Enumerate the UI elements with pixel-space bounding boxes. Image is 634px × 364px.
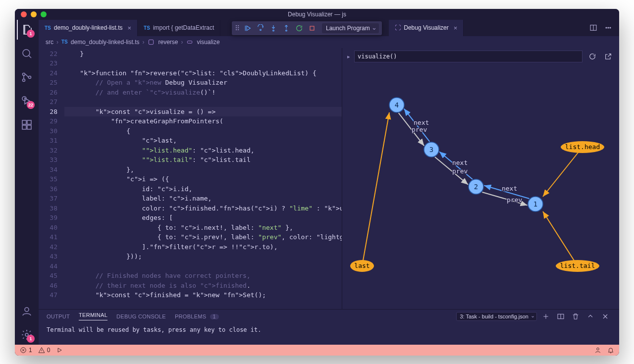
maximize-panel-button[interactable]	[584, 311, 596, 322]
traffic-lights	[21, 11, 47, 17]
status-debug-start[interactable]	[56, 347, 63, 354]
chevron-right-icon: ›	[181, 39, 183, 46]
main-row: 1 22 1	[15, 20, 619, 345]
stop-button[interactable]	[306, 22, 318, 34]
svg-text:4: 4	[395, 101, 399, 109]
status-feedback[interactable]	[594, 347, 601, 354]
svg-point-9	[25, 308, 29, 312]
panel-tab-problems[interactable]: PROBLEMS 1	[175, 313, 219, 319]
terminal-output[interactable]: Terminal will be reused by tasks, press …	[39, 323, 619, 345]
svg-rect-8	[27, 125, 31, 129]
panel-tab-problems-label: PROBLEMS	[175, 313, 207, 319]
status-warnings[interactable]: 0	[38, 347, 51, 354]
chevron-right-icon[interactable]: ▸	[347, 53, 350, 60]
svg-text:prev: prev	[507, 196, 522, 203]
refresh-icon[interactable]	[586, 51, 598, 62]
editor-tab-label: demo_doubly-linked-list.ts	[54, 24, 123, 31]
viz-tab-icon: ⛶	[395, 24, 401, 31]
split-editor-button[interactable]	[587, 22, 599, 34]
panel-tab-output[interactable]: OUTPUT	[47, 313, 70, 319]
new-terminal-button[interactable]	[540, 311, 552, 322]
zoom-window-button[interactable]	[41, 11, 47, 17]
activity-extensions[interactable]	[17, 115, 37, 135]
svg-text:next: next	[502, 185, 517, 192]
breadcrumb[interactable]: src › TS demo_doubly-linked-list.ts › re…	[39, 36, 619, 48]
svg-text:prev: prev	[412, 125, 427, 133]
launch-config-select[interactable]: Launch Program	[322, 23, 379, 33]
svg-point-0	[23, 50, 30, 56]
svg-point-16	[606, 27, 607, 28]
restart-button[interactable]	[293, 22, 305, 34]
svg-rect-14	[310, 26, 314, 30]
step-into-button[interactable]	[267, 22, 279, 34]
panel-tab-debug-console[interactable]: DEBUG CONSOLE	[116, 313, 166, 319]
more-actions-button[interactable]	[602, 22, 614, 34]
editor-tab-active[interactable]: TS demo_doubly-linked-list.ts ×	[39, 20, 138, 36]
step-over-button[interactable]	[255, 22, 266, 34]
terminal-select[interactable]: 3: Task - build - tsconfig.json	[456, 312, 537, 321]
chevron-right-icon: ›	[56, 39, 58, 46]
svg-point-52	[597, 348, 599, 350]
visualizer-canvas[interactable]: nextprevnextprevnextprevlastlist.headlis…	[342, 65, 619, 309]
step-out-button[interactable]	[280, 22, 292, 34]
kill-terminal-button[interactable]	[570, 311, 581, 322]
svg-point-12	[273, 30, 274, 31]
symbol-variable-icon	[186, 38, 194, 46]
tab-actions	[587, 20, 619, 36]
visualizer-expression-input[interactable]	[354, 51, 582, 62]
svg-point-2	[23, 79, 25, 81]
code-editor[interactable]: 2223242526272829303132333435363738394041…	[39, 48, 342, 309]
status-errors-count: 1	[29, 347, 32, 354]
drag-handle-icon[interactable]: ⠿	[235, 24, 240, 32]
status-errors[interactable]: 1	[20, 347, 32, 354]
svg-text:prev: prev	[452, 167, 468, 175]
activity-search[interactable]	[17, 44, 37, 63]
svg-text:1: 1	[533, 200, 537, 208]
status-notifications[interactable]	[607, 347, 614, 354]
minimize-window-button[interactable]	[31, 11, 37, 17]
activity-source-control[interactable]	[17, 67, 37, 87]
popout-icon[interactable]	[602, 51, 614, 62]
close-icon[interactable]: ×	[128, 24, 132, 32]
svg-rect-7	[22, 125, 26, 129]
svg-text:list.tail: list.tail	[560, 262, 595, 269]
activity-settings[interactable]: 1	[17, 325, 37, 345]
line-number-gutter: 2223242526272829303132333435363738394041…	[39, 48, 64, 309]
ts-lang-icon: TS	[61, 39, 68, 45]
svg-line-39	[543, 211, 578, 266]
symbol-function-icon	[148, 38, 156, 46]
crumb-symbol-fn[interactable]: reverse	[158, 39, 178, 46]
continue-button[interactable]	[242, 22, 254, 34]
svg-point-1	[23, 73, 25, 75]
bottom-panel: OUTPUT TERMINAL DEBUG CONSOLE PROBLEMS 1…	[39, 309, 619, 345]
svg-line-33	[362, 112, 389, 266]
editor-tab-2[interactable]: TS import { getDataExtract	[138, 20, 220, 36]
crumb-folder[interactable]: src	[46, 39, 53, 46]
activity-account[interactable]	[17, 301, 37, 321]
close-icon[interactable]: ×	[454, 24, 458, 32]
close-panel-button[interactable]	[599, 311, 611, 322]
debug-visualizer-pane: ▸ nextprevnextprevnextprevlastlist.headl…	[342, 48, 619, 309]
panel-tab-terminal[interactable]: TERMINAL	[79, 312, 107, 320]
split-terminal-button[interactable]	[555, 311, 567, 322]
ts-lang-icon: TS	[45, 25, 51, 31]
problems-count-badge: 1	[210, 314, 219, 319]
svg-point-13	[286, 30, 287, 31]
crumb-symbol-var[interactable]: visualize	[197, 39, 220, 46]
svg-point-18	[610, 27, 611, 28]
panel-tabs: OUTPUT TERMINAL DEBUG CONSOLE PROBLEMS 1…	[39, 310, 619, 323]
crumb-file[interactable]: demo_doubly-linked-list.ts	[71, 39, 140, 46]
status-bar: 1 0	[15, 345, 619, 356]
activity-explorer[interactable]: 1	[17, 20, 37, 40]
code-lines[interactable]: } "k">function "fn">reverse("c">list: "c…	[64, 48, 342, 309]
close-window-button[interactable]	[21, 11, 27, 17]
svg-text:list.head: list.head	[565, 143, 600, 151]
debug-toolbar: ⠿ Launch Program	[232, 21, 382, 35]
svg-line-36	[543, 147, 582, 197]
settings-badge: 1	[27, 335, 35, 343]
svg-point-17	[608, 27, 609, 28]
debug-visualizer-tab[interactable]: ⛶ Debug Visualizer ×	[389, 20, 464, 36]
titlebar: Debug Visualizer — js	[15, 9, 619, 20]
activity-debug[interactable]: 22	[17, 91, 37, 111]
window-title: Debug Visualizer — js	[15, 11, 619, 18]
